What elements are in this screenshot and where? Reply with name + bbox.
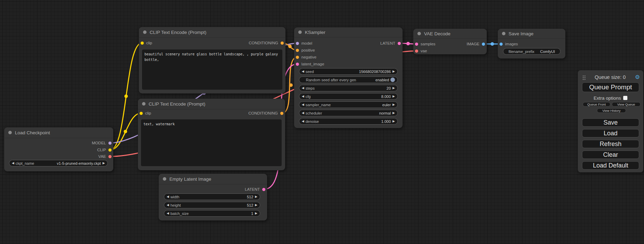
clear-button[interactable]: Clear: [582, 151, 639, 159]
node-header[interactable]: CLIP Text Encode (Prompt): [139, 27, 285, 38]
latent-port-icon[interactable]: [262, 188, 265, 191]
output-slot-conditioning[interactable]: CONDITIONING: [249, 39, 285, 46]
width-widget[interactable]: ◀ width 512 ▶: [164, 193, 260, 200]
input-slot-clip[interactable]: clip: [138, 110, 151, 117]
toggle-enabled-icon[interactable]: [390, 78, 395, 82]
load-default-button[interactable]: Load Default: [582, 161, 639, 170]
node-save-image[interactable]: Save Image images filename_prefix ComfyU…: [498, 29, 565, 58]
conditioning-port-icon[interactable]: [296, 49, 299, 52]
collapse-dot-icon[interactable]: [502, 32, 505, 35]
node-header[interactable]: Save Image: [498, 29, 565, 39]
node-header[interactable]: CLIP Text Encode (Prompt): [138, 99, 285, 109]
arrow-left-icon[interactable]: ◀: [12, 162, 14, 165]
model-port-icon[interactable]: [108, 142, 112, 145]
random-seed-toggle-widget[interactable]: Random seed after every gen enabled: [299, 76, 398, 83]
arrow-left-icon[interactable]: ◀: [167, 195, 169, 198]
load-button[interactable]: Load: [582, 129, 639, 137]
gear-icon[interactable]: ⚙: [635, 74, 640, 80]
clip-port-icon[interactable]: [141, 42, 144, 45]
denoise-widget[interactable]: ◀ denoise 1.000 ▶: [299, 118, 398, 125]
arrow-right-icon[interactable]: ▶: [392, 120, 395, 123]
arrow-right-icon[interactable]: ▶: [392, 111, 395, 115]
conditioning-port-icon[interactable]: [296, 56, 299, 59]
model-port-icon[interactable]: [296, 42, 299, 45]
batch-size-widget[interactable]: ◀ batch_size 1 ▶: [164, 210, 260, 217]
vae-port-icon[interactable]: [108, 155, 112, 158]
sampler-name-widget[interactable]: ◀ sampler_name euler ▶: [299, 101, 398, 108]
save-button[interactable]: Save: [582, 118, 639, 127]
scheduler-widget[interactable]: ◀ scheduler normal ▶: [299, 110, 398, 116]
queue-prompt-button[interactable]: Queue Prompt: [582, 82, 639, 92]
cfg-widget[interactable]: ◀ cfg 8.000 ▶: [299, 93, 398, 100]
latent-port-icon[interactable]: [398, 42, 401, 45]
input-slot-vae[interactable]: vae: [413, 47, 427, 54]
steps-widget[interactable]: ◀ steps 20 ▶: [299, 85, 398, 91]
node-clip-text-encode-negative[interactable]: CLIP Text Encode (Prompt) clip CONDITION…: [138, 99, 285, 170]
view-history-button[interactable]: View History: [597, 108, 626, 113]
node-load-checkpoint[interactable]: Load Checkpoint MODEL CLIP VAE ◀ ckpt_na…: [4, 127, 113, 171]
collapse-dot-icon[interactable]: [143, 30, 147, 34]
arrow-left-icon[interactable]: ◀: [302, 111, 304, 115]
node-header[interactable]: Load Checkpoint: [4, 127, 113, 138]
arrow-right-icon[interactable]: ▶: [392, 87, 395, 90]
clip-port-icon[interactable]: [140, 112, 143, 115]
arrow-left-icon[interactable]: ◀: [302, 103, 304, 106]
height-widget[interactable]: ◀ height 512 ▶: [164, 202, 260, 208]
arrow-right-icon[interactable]: ▶: [255, 212, 257, 215]
queue-panel-header[interactable]: Queue size: 0 ⚙: [578, 73, 643, 81]
output-slot-latent[interactable]: LATENT: [380, 40, 403, 47]
input-slot-positive[interactable]: positive: [294, 47, 315, 54]
negative-prompt-textarea[interactable]: text, watermark: [141, 119, 282, 166]
collapse-dot-icon[interactable]: [8, 131, 12, 134]
arrow-left-icon[interactable]: ◀: [302, 87, 304, 90]
node-clip-text-encode-positive[interactable]: CLIP Text Encode (Prompt) clip CONDITION…: [139, 27, 285, 93]
output-slot-conditioning[interactable]: CONDITIONING: [248, 110, 285, 117]
node-ksampler[interactable]: KSampler model positive negative latent_…: [294, 27, 403, 128]
input-slot-clip[interactable]: clip: [139, 39, 152, 46]
arrow-right-icon[interactable]: ▶: [392, 95, 395, 98]
node-header[interactable]: Empty Latent Image: [159, 174, 267, 184]
input-slot-model[interactable]: model: [294, 40, 312, 47]
collapse-dot-icon[interactable]: [298, 30, 302, 34]
positive-prompt-textarea[interactable]: beautiful scenery nature glass bottle la…: [142, 49, 282, 90]
refresh-button[interactable]: Refresh: [582, 140, 639, 148]
node-vae-decode[interactable]: VAE Decode samples vae IMAGE: [413, 29, 487, 54]
arrow-right-icon[interactable]: ▶: [255, 195, 257, 198]
image-port-icon[interactable]: [500, 43, 503, 46]
collapse-dot-icon[interactable]: [163, 177, 166, 181]
latent-port-icon[interactable]: [296, 63, 299, 66]
input-slot-samples[interactable]: samples: [413, 40, 435, 47]
output-slot-vae[interactable]: VAE: [98, 153, 113, 160]
drag-handle-icon[interactable]: [582, 75, 585, 80]
node-header[interactable]: VAE Decode: [413, 29, 487, 39]
ckpt-name-widget[interactable]: ◀ ckpt_name v1-5-pruned-emaonly.ckpt ▶: [9, 160, 108, 166]
arrow-right-icon[interactable]: ▶: [255, 204, 257, 207]
queue-front-button[interactable]: Queue Front: [583, 102, 610, 107]
collapse-dot-icon[interactable]: [417, 32, 421, 35]
arrow-right-icon[interactable]: ▶: [392, 103, 395, 106]
arrow-right-icon[interactable]: ▶: [103, 162, 105, 165]
output-slot-model[interactable]: MODEL: [92, 139, 113, 146]
vae-port-icon[interactable]: [415, 49, 418, 53]
input-slot-images[interactable]: images: [498, 40, 518, 47]
node-header[interactable]: KSampler: [294, 27, 403, 37]
arrow-left-icon[interactable]: ◀: [302, 120, 304, 123]
arrow-left-icon[interactable]: ◀: [167, 204, 169, 207]
filename-prefix-widget[interactable]: filename_prefix ComfyUI: [503, 48, 561, 55]
arrow-left-icon[interactable]: ◀: [167, 212, 169, 215]
extra-options-checkbox[interactable]: [623, 96, 627, 100]
arrow-left-icon[interactable]: ◀: [302, 95, 304, 98]
comfyui-canvas[interactable]: { "colors": { "model": "#B39DDB", "clip"…: [0, 0, 644, 244]
clip-port-icon[interactable]: [108, 148, 112, 152]
collapse-dot-icon[interactable]: [142, 102, 145, 106]
latent-port-icon[interactable]: [415, 43, 418, 46]
seed-widget[interactable]: ◀ seed 156680208700286 ▶: [299, 68, 398, 75]
conditioning-port-icon[interactable]: [280, 112, 283, 115]
output-slot-clip[interactable]: CLIP: [97, 146, 113, 153]
node-empty-latent-image[interactable]: Empty Latent Image LATENT ◀ width 512 ▶ …: [159, 174, 267, 220]
arrow-right-icon[interactable]: ▶: [392, 70, 395, 73]
queue-panel[interactable]: Queue size: 0 ⚙ Queue Prompt Extra optio…: [578, 70, 643, 172]
view-queue-button[interactable]: View Queue: [612, 102, 641, 107]
input-slot-negative[interactable]: negative: [294, 54, 316, 61]
image-port-icon[interactable]: [482, 43, 485, 46]
